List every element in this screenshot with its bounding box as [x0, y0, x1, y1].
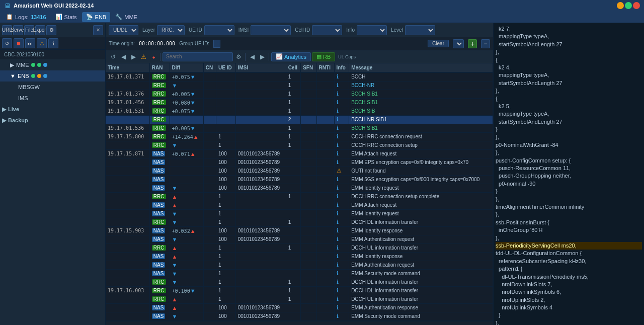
table-row[interactable]: NAS ▼ 100 001010123456789 ℹ EMM Authenti…: [106, 235, 493, 243]
table-row[interactable]: NAS 100 001010123456789 ℹ EMM EPS encryp…: [106, 158, 493, 167]
info-icon: ℹ: [337, 176, 339, 182]
log-table-container[interactable]: Time RAN Diff CN UE ID IMSI Cell SFN RNT…: [106, 63, 493, 321]
analytics-button[interactable]: 📈 Analytics: [271, 52, 311, 61]
cell-ueid: [216, 124, 236, 132]
ueid-select[interactable]: [204, 25, 234, 35]
uldl-select[interactable]: UL/DL UL DL: [109, 25, 138, 35]
table-row[interactable]: RRC ▼ 1 1 ℹ DCCH DL information transfer: [106, 218, 493, 226]
table-row[interactable]: 19.17.01.531 RRC +0.075▼ 1 ℹ BCCH SIB: [106, 107, 493, 115]
imsi-select[interactable]: [251, 25, 291, 35]
table-row[interactable]: NAS ▼ 1 ℹ EMM Authentication request: [106, 261, 493, 269]
tree-arrow-live: ▶: [2, 106, 6, 113]
menu-logs[interactable]: 📋 Logs: 13416: [2, 12, 50, 22]
info-select[interactable]: [357, 25, 387, 35]
table-row[interactable]: 19.17.15.871 NAS +0.071▲ 100 00101012345…: [106, 149, 493, 158]
cell-ueid: 100: [216, 226, 236, 235]
layer-select[interactable]: RRC. NAS PHY: [157, 25, 185, 35]
minus-button[interactable]: −: [481, 39, 490, 48]
cell-info: ℹ: [334, 201, 349, 209]
prev-result-button[interactable]: ◀: [248, 52, 257, 61]
table-row[interactable]: NAS ▼ 100 001010123456789 ℹ EMM Security…: [106, 312, 493, 320]
back-button[interactable]: ◀: [119, 52, 128, 61]
sidebar-stop-button[interactable]: ⏹: [14, 38, 24, 48]
maximize-button[interactable]: [625, 2, 632, 9]
clear-select[interactable]: [453, 39, 464, 48]
ul-caps-button[interactable]: UL Caps: [336, 52, 358, 61]
export-button[interactable]: Export: [35, 25, 45, 35]
ran-badge: NAS: [152, 202, 166, 208]
sidebar-refresh-button[interactable]: ↺: [2, 38, 12, 48]
col-sfn: SFN: [301, 63, 316, 72]
table-row[interactable]: 19.17.01.536 RRC +0.005▼ 1 ℹ BCCH SIB1: [106, 124, 493, 132]
sidebar-item-live[interactable]: ▶ Live: [0, 104, 105, 115]
cell-info: ℹ: [334, 252, 349, 261]
table-row[interactable]: NAS ▼ 1 ℹ EMM Security mode command: [106, 269, 493, 278]
table-row[interactable]: RRC ▲ 1 1 ℹ DCCH UL information transfer: [106, 295, 493, 303]
table-row[interactable]: RRC ▲ 1 1 ℹ DCCH RRC connection setup co…: [106, 192, 493, 201]
forward-button[interactable]: ▶: [129, 52, 138, 61]
table-row[interactable]: 19.17.16.003 RRC +0.100▼ 1 1 ℹ DCCH DL i…: [106, 286, 493, 295]
table-row[interactable]: 19.17.01.376 RRC +0.005▼ 1 ℹ BCCH SIB1: [106, 90, 493, 98]
refresh-log-button[interactable]: ↺: [109, 52, 118, 61]
error-filter-button[interactable]: ⬥: [149, 52, 158, 61]
clear-button[interactable]: Clear: [428, 40, 449, 47]
table-row[interactable]: NAS ▲ 1 ℹ EMM Attach request: [106, 201, 493, 209]
table-row[interactable]: 19.17.01.456 RRC +0.080▼ 1 ℹ BCCH SIB1: [106, 98, 493, 107]
table-row[interactable]: RRC ▼ 1 1 ℹ CCCH RRC connection setup: [106, 141, 493, 149]
sidebar-settings-button[interactable]: ⚙: [46, 25, 56, 35]
table-row[interactable]: 19.17.15.800 RRC +14.264▲ 1 1 ℹ CCCH RRC…: [106, 132, 493, 141]
sidebar-info-button[interactable]: ℹ: [48, 38, 58, 48]
table-row[interactable]: NAS ▼ 1 ℹ EMM Identity request: [106, 209, 493, 218]
table-row[interactable]: RRC ▲ 1 1 ℹ DCCH UL information transfer: [106, 243, 493, 252]
group-ueid-input[interactable]: [213, 40, 220, 48]
cell-ran: RRC: [149, 107, 170, 115]
sidebar-item-backup[interactable]: ▶ Backup: [0, 115, 105, 126]
cell-info: ℹ: [334, 312, 349, 320]
cell-imsi: [235, 269, 286, 278]
next-result-button[interactable]: ▶: [258, 52, 267, 61]
search-settings-button[interactable]: ⚙: [234, 52, 243, 61]
cell-diff: ▲: [170, 252, 203, 261]
sidebar-item-enb[interactable]: ▼ ENB: [0, 70, 105, 82]
table-row[interactable]: NAS 100 001010123456789 ⚠ GUTI not found: [106, 167, 493, 175]
sidebar-item-mbsgw[interactable]: MBSGW: [0, 82, 105, 93]
cell-ran: RRC: [149, 218, 170, 226]
log-tbody: 19.17.01.371 RRC +0.075▼ 1 ℹ BCCH RRC ▼ …: [106, 72, 493, 321]
code-line: pattern1 {: [496, 265, 642, 273]
cell-rnti: [316, 72, 334, 81]
table-row[interactable]: NAS 100 001010123456789 ℹ EMM 5GS encryp…: [106, 175, 493, 184]
sidebar-warn-button[interactable]: ⚠: [37, 38, 47, 48]
bottom-scrollbar[interactable]: [106, 321, 493, 325]
table-row[interactable]: RRC ▼ 1 1 ℹ DCCH DL information transfer: [106, 278, 493, 286]
cell-imsi: [235, 201, 286, 209]
rb-button[interactable]: ▦ RB: [312, 52, 335, 61]
level-select[interactable]: [405, 25, 435, 35]
search-input[interactable]: [163, 52, 233, 61]
table-row[interactable]: RRC 2 ℹ BCCH-NR SIB1: [106, 115, 493, 124]
sidebar-close-button[interactable]: ✕: [93, 25, 103, 35]
add-button[interactable]: +: [468, 39, 477, 48]
table-row[interactable]: 19.17.01.371 RRC +0.075▼ 1 ℹ BCCH: [106, 72, 493, 81]
menu-mme[interactable]: 🔧 MME: [111, 12, 141, 22]
sidebar-step-button[interactable]: ⏭: [25, 38, 35, 48]
table-row[interactable]: RRC ▼ 1 ℹ BCCH-NR: [106, 81, 493, 90]
cell-time: [106, 261, 149, 269]
sidebar-item-ims[interactable]: IMS: [0, 93, 105, 104]
menu-enb[interactable]: 📡 ENB: [82, 12, 111, 22]
table-row[interactable]: NAS ▲ 1 ℹ EMM Identity response: [106, 252, 493, 261]
cellid-select[interactable]: [312, 25, 342, 35]
table-row[interactable]: NAS ▼ 100 001010123456789 ℹ EMM Identity…: [106, 184, 493, 192]
sidebar-item-mme[interactable]: ▶ MME: [0, 59, 105, 70]
close-button[interactable]: [633, 2, 640, 9]
warning-filter-button[interactable]: ⚠: [139, 52, 148, 61]
arrow-down-icon: ▼: [172, 185, 178, 191]
table-row[interactable]: 19.17.15.903 NAS +0.032▲ 100 00101012345…: [106, 226, 493, 235]
dot-enb-2: [37, 74, 41, 78]
minimize-button[interactable]: [617, 2, 624, 9]
cell-time: [106, 192, 149, 201]
table-row[interactable]: NAS ▲ 100 001010123456789 ℹ EMM Authenti…: [106, 303, 493, 312]
cell-cn: [203, 226, 216, 235]
menu-stats[interactable]: 📊 Stats: [51, 12, 81, 22]
server-button[interactable]: Server: [13, 25, 23, 35]
ran-badge: NAS: [152, 151, 166, 156]
